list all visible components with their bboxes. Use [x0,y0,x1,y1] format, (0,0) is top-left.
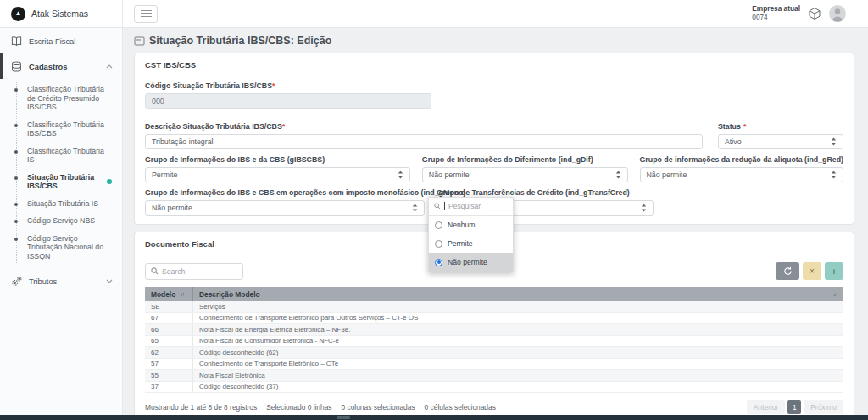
sidebar-item-label: Escrita Fiscal [29,37,75,46]
codigo-label: Código Situação Tributária IBS/CBS* [145,81,431,90]
table-row[interactable]: 65Nota Fiscal de Consumidor Eletrônica -… [145,336,843,348]
table-row[interactable]: 67Conhecimento de Transporte Eletrônico … [145,313,843,325]
book-icon [11,36,22,47]
sidebar-item-escrita-fiscal[interactable]: Escrita Fiscal [0,28,122,53]
scrollbar-thumb[interactable] [337,416,350,419]
sidebar-item-codigo-servico-issqn[interactable]: Código Serviço Tributação Nacional do IS… [0,230,122,266]
previous-page-button[interactable]: Anterior [747,400,785,414]
dropdown-option-nenhum[interactable]: Nenhum [429,216,513,234]
sidebar-item-classificacao-tributaria-is[interactable]: Classificação Tributária IS [0,143,122,169]
select-stepper-icon [641,204,647,212]
gibscbs-label: Grupo de Informações do IBS e da CBS (gI… [145,155,410,164]
dropdown-search[interactable]: Pesquisar [429,198,513,216]
table-actions: × + [776,262,843,280]
table-row[interactable]: 37Código desconhecido (37) [145,382,843,394]
transfcred-dropdown-panel: Pesquisar Nenhum Permite Não permite [428,197,514,272]
cancel-button[interactable]: × [803,262,821,280]
add-button[interactable]: + [825,262,843,280]
sidebar-item-classificacao-tributaria-ibscbs[interactable]: Classificação Tributária IBS/CBS [0,116,122,143]
sidebar-item-label: Tributos [29,277,57,286]
descricao-field: Descrição Situação Tributária IBS/CBS* T… [145,122,703,149]
page-title: Situação Tributária IBS/CBS: Edição [134,35,868,47]
menu-toggle-button[interactable] [134,5,158,23]
gears-icon [11,276,22,287]
select-stepper-icon [831,171,837,179]
gmono-label: Grupo de Informações do IBS e CBS em ope… [145,188,425,197]
sidebar-item-situacao-tributaria-is[interactable]: Situação Tributária IS [0,195,122,213]
modules-cube-icon[interactable] [808,7,821,20]
status-label: Status* [718,122,843,131]
table-row[interactable]: 66Nota Fiscal de Energia Elétrica Eletrô… [145,324,843,336]
sidebar-item-classificacao-tributaria-credito-presumido[interactable]: Classificação Tributária de Crédito Pres… [0,81,122,116]
refresh-button[interactable] [776,262,799,280]
database-icon [11,61,22,72]
status-select[interactable]: Ativo [718,134,843,149]
sidebar-item-codigo-servico-nbs[interactable]: Código Serviço NBS [0,212,122,230]
codigo-input: 000 [145,93,431,109]
radio-unchecked-icon [435,240,442,248]
sidebar-item-cadastros[interactable]: Cadastros [0,53,122,79]
gmono-select[interactable]: Não permite [145,200,425,216]
select-stepper-icon [831,137,837,146]
select-stepper-icon [615,171,621,179]
selected-rows: Selecionado 0 linhas [266,403,331,412]
cst-card-title: CST IBS/CBS [135,53,854,76]
sort-icon[interactable]: ↓↑ [833,291,837,297]
descricao-input[interactable]: Tributação integral [145,134,703,149]
gred-field: Grupo de informações da redução da alíqu… [640,155,843,182]
codigo-field: Código Situação Tributária IBS/CBS* 000 [145,81,431,109]
bullet-icon [14,220,18,223]
bullet-icon [14,150,18,154]
selected-columns: 0 colunas selecionadas [342,403,415,412]
sidebar-item-label: Cadastros [29,63,67,71]
dropdown-option-nao-permite[interactable]: Não permite [429,253,513,272]
table-row[interactable]: 57Conhecimento de Transporte Eletrônico … [145,359,843,371]
chevron-up-icon [106,64,113,69]
gibscbs-select[interactable]: Permite [145,167,410,182]
select-stepper-icon [398,171,403,179]
search-input[interactable] [162,267,237,276]
bullet-icon [14,238,18,241]
top-bar: ▲ Atak Sistemas Empresa atual 0074 [0,0,868,28]
current-page-button[interactable]: 1 [787,400,801,414]
topbar-right: Empresa atual 0074 [752,5,868,22]
form-card-icon [134,36,145,46]
horizontal-scrollbar[interactable] [0,415,868,420]
search-icon [151,267,159,275]
table-search[interactable] [145,263,243,280]
dropdown-option-permite[interactable]: Permite [429,234,513,253]
sidebar: Escrita Fiscal Cadastros Classificação T… [0,28,123,415]
user-avatar[interactable] [829,5,846,22]
brand-name: Atak Sistemas [31,8,88,19]
gmono-field: Grupo de Informações do IBS e CBS em ope… [145,188,425,216]
next-page-button[interactable]: Próximo [804,400,843,414]
table-footer: Mostrando de 1 até 8 de 8 registros Sele… [135,393,854,415]
gdif-select[interactable]: Não permite [422,167,628,182]
column-header-descricao[interactable]: Descrição Modelo↓↑ [193,287,843,301]
descricao-label: Descrição Situação Tributária IBS/CBS* [145,122,703,131]
radio-unchecked-icon [435,221,442,229]
table-row[interactable]: 55Nota Fiscal Eletrônica [145,370,843,382]
sidebar-item-situacao-tributaria-ibscbs[interactable]: Situação Tributária IBS/CBS [0,169,122,195]
gtransfcred-label: Grupo de Transferências de Crédito (ind_… [437,188,654,197]
current-company: Empresa atual 0074 [752,5,800,21]
sidebar-item-tributos[interactable]: Tributos [0,268,122,294]
records-summary: Mostrando de 1 até 8 de 8 registros [145,403,257,412]
pagination: Anterior 1 Próximo [747,400,843,414]
sort-icon[interactable]: ↓↑ [180,291,184,297]
company-code: 0074 [752,14,800,22]
dropdown-search-placeholder: Pesquisar [448,202,481,210]
column-header-modelo[interactable]: Modelo↓↑ [145,287,193,301]
table-row[interactable]: 62Código desconhecido (62) [145,347,843,359]
status-field: Status* Ativo [718,122,843,149]
bullet-icon [14,176,18,180]
cadastros-submenu: Classificação Tributária de Crédito Pres… [0,79,122,268]
bullet-icon [14,124,18,127]
modelos-table: Modelo↓↑ Descrição Modelo↓↑ SEServiços 6… [145,287,843,393]
table-row[interactable]: SEServiços [145,301,843,313]
table-header: Modelo↓↑ Descrição Modelo↓↑ [145,287,843,301]
selected-cells: 0 células selecionadas [425,403,496,412]
brand-area[interactable]: ▲ Atak Sistemas [0,0,123,27]
app-screen: ▲ Atak Sistemas Empresa atual 0074 [0,0,868,420]
gred-select[interactable]: Não permite [640,167,843,182]
